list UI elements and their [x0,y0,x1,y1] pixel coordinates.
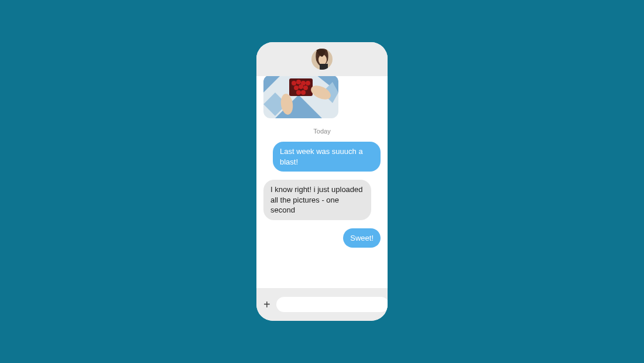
day-separator: Today [263,128,381,135]
message-input[interactable] [276,297,388,312]
svg-point-8 [306,81,310,85]
image-attachment[interactable] [263,76,338,118]
message-row: Last week was suuuch a blast! [263,142,381,172]
add-attachment-button[interactable]: + [263,299,270,310]
chat-phone-frame: Today Last week was suuuch a blast! I kn… [256,42,388,321]
svg-point-6 [296,80,301,84]
svg-point-13 [301,90,306,95]
outgoing-message[interactable]: Last week was suuuch a blast! [273,142,381,172]
svg-point-10 [299,84,303,89]
message-row: I know right! i just uploaded all the pi… [263,180,381,220]
outgoing-message[interactable]: Sweet! [343,228,381,248]
svg-point-12 [296,90,301,95]
svg-point-11 [303,85,308,90]
chat-top-bar [256,42,388,76]
svg-point-5 [292,81,296,85]
svg-point-9 [294,85,299,90]
composer-bar: + [256,288,388,321]
message-row: Sweet! [263,228,381,248]
contact-avatar[interactable] [311,49,333,70]
svg-rect-2 [320,64,328,70]
incoming-message[interactable]: I know right! i just uploaded all the pi… [263,180,371,220]
message-thread[interactable]: Today Last week was suuuch a blast! I kn… [256,76,388,288]
